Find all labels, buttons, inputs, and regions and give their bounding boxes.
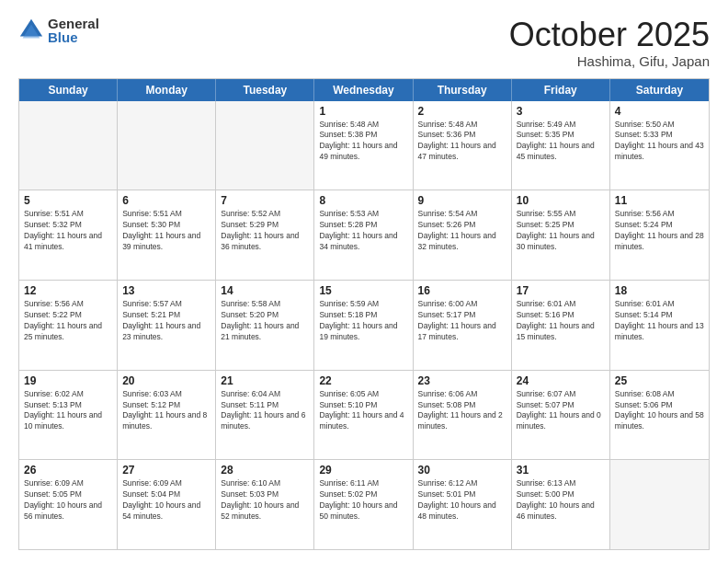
day-info: Sunrise: 6:04 AM Sunset: 5:11 PM Dayligh… xyxy=(221,389,309,433)
day-info: Sunrise: 6:09 AM Sunset: 5:04 PM Dayligh… xyxy=(122,478,210,523)
day-cell: 20Sunrise: 6:03 AM Sunset: 5:12 PM Dayli… xyxy=(118,371,216,460)
weekday-header: Thursday xyxy=(414,79,512,101)
calendar-row: 5Sunrise: 5:51 AM Sunset: 5:32 PM Daylig… xyxy=(19,190,709,281)
day-info: Sunrise: 5:53 AM Sunset: 5:28 PM Dayligh… xyxy=(319,209,407,253)
day-number: 13 xyxy=(122,284,210,297)
day-info: Sunrise: 5:57 AM Sunset: 5:21 PM Dayligh… xyxy=(122,299,210,343)
day-number: 14 xyxy=(221,284,309,297)
day-info: Sunrise: 6:13 AM Sunset: 5:00 PM Dayligh… xyxy=(517,478,605,523)
calendar-row: 19Sunrise: 6:02 AM Sunset: 5:13 PM Dayli… xyxy=(19,371,709,461)
day-info: Sunrise: 6:05 AM Sunset: 5:10 PM Dayligh… xyxy=(319,389,407,433)
day-number: 24 xyxy=(517,374,605,387)
day-number: 5 xyxy=(24,194,112,207)
day-number: 18 xyxy=(615,284,704,297)
location: Hashima, Gifu, Japan xyxy=(509,53,710,69)
day-cell: 10Sunrise: 5:55 AM Sunset: 5:25 PM Dayli… xyxy=(512,190,610,280)
empty-cell xyxy=(610,460,709,549)
empty-cell xyxy=(19,101,118,190)
day-cell: 14Sunrise: 5:58 AM Sunset: 5:20 PM Dayli… xyxy=(216,281,314,370)
page: General Blue October 2025 Hashima, Gifu,… xyxy=(0,0,728,563)
day-cell: 23Sunrise: 6:06 AM Sunset: 5:08 PM Dayli… xyxy=(414,371,512,460)
month-title: October 2025 xyxy=(509,17,710,53)
calendar-row: 1Sunrise: 5:48 AM Sunset: 5:38 PM Daylig… xyxy=(19,101,709,191)
day-number: 8 xyxy=(319,194,407,207)
day-number: 10 xyxy=(517,194,605,207)
day-number: 1 xyxy=(319,105,407,118)
day-cell: 5Sunrise: 5:51 AM Sunset: 5:32 PM Daylig… xyxy=(19,190,118,280)
day-cell: 22Sunrise: 6:05 AM Sunset: 5:10 PM Dayli… xyxy=(314,371,413,460)
day-number: 30 xyxy=(418,464,506,477)
day-number: 15 xyxy=(319,284,407,297)
day-number: 29 xyxy=(319,464,407,477)
day-info: Sunrise: 6:10 AM Sunset: 5:03 PM Dayligh… xyxy=(221,478,309,523)
day-number: 25 xyxy=(615,374,704,387)
day-cell: 19Sunrise: 6:02 AM Sunset: 5:13 PM Dayli… xyxy=(19,371,118,460)
day-cell: 28Sunrise: 6:10 AM Sunset: 5:03 PM Dayli… xyxy=(216,460,314,549)
day-number: 22 xyxy=(319,374,407,387)
day-info: Sunrise: 6:07 AM Sunset: 5:07 PM Dayligh… xyxy=(517,389,605,433)
day-info: Sunrise: 6:08 AM Sunset: 5:06 PM Dayligh… xyxy=(615,389,704,433)
weekday-header: Monday xyxy=(118,79,216,101)
day-cell: 11Sunrise: 5:56 AM Sunset: 5:24 PM Dayli… xyxy=(610,190,709,280)
empty-cell xyxy=(216,101,314,190)
day-number: 31 xyxy=(517,464,605,477)
day-number: 27 xyxy=(122,464,210,477)
logo-icon xyxy=(18,17,44,43)
day-cell: 8Sunrise: 5:53 AM Sunset: 5:28 PM Daylig… xyxy=(314,190,413,280)
calendar-body: 1Sunrise: 5:48 AM Sunset: 5:38 PM Daylig… xyxy=(19,101,709,549)
day-number: 4 xyxy=(615,105,704,118)
day-info: Sunrise: 6:00 AM Sunset: 5:17 PM Dayligh… xyxy=(418,299,506,343)
logo-blue: Blue xyxy=(48,30,99,44)
day-number: 7 xyxy=(221,194,309,207)
logo-general: General xyxy=(48,17,99,30)
day-number: 21 xyxy=(221,374,309,387)
calendar-header: SundayMondayTuesdayWednesdayThursdayFrid… xyxy=(19,79,709,101)
weekday-header: Sunday xyxy=(19,79,118,101)
calendar: SundayMondayTuesdayWednesdayThursdayFrid… xyxy=(18,78,710,550)
day-info: Sunrise: 6:12 AM Sunset: 5:01 PM Dayligh… xyxy=(418,478,506,523)
day-number: 12 xyxy=(24,284,112,297)
day-number: 11 xyxy=(615,194,704,207)
day-cell: 3Sunrise: 5:49 AM Sunset: 5:35 PM Daylig… xyxy=(512,101,610,190)
day-info: Sunrise: 5:55 AM Sunset: 5:25 PM Dayligh… xyxy=(517,209,605,253)
day-cell: 30Sunrise: 6:12 AM Sunset: 5:01 PM Dayli… xyxy=(414,460,512,549)
weekday-header: Friday xyxy=(512,79,610,101)
day-cell: 13Sunrise: 5:57 AM Sunset: 5:21 PM Dayli… xyxy=(118,281,216,370)
day-cell: 29Sunrise: 6:11 AM Sunset: 5:02 PM Dayli… xyxy=(314,460,413,549)
logo: General Blue xyxy=(18,17,99,44)
weekday-header: Saturday xyxy=(610,79,709,101)
day-info: Sunrise: 5:52 AM Sunset: 5:29 PM Dayligh… xyxy=(221,209,309,253)
day-cell: 7Sunrise: 5:52 AM Sunset: 5:29 PM Daylig… xyxy=(216,190,314,280)
day-cell: 21Sunrise: 6:04 AM Sunset: 5:11 PM Dayli… xyxy=(216,371,314,460)
calendar-row: 26Sunrise: 6:09 AM Sunset: 5:05 PM Dayli… xyxy=(19,460,709,549)
day-cell: 2Sunrise: 5:48 AM Sunset: 5:36 PM Daylig… xyxy=(414,101,512,190)
day-info: Sunrise: 5:48 AM Sunset: 5:38 PM Dayligh… xyxy=(319,120,407,164)
day-number: 17 xyxy=(517,284,605,297)
day-cell: 27Sunrise: 6:09 AM Sunset: 5:04 PM Dayli… xyxy=(118,460,216,549)
day-cell: 31Sunrise: 6:13 AM Sunset: 5:00 PM Dayli… xyxy=(512,460,610,549)
day-info: Sunrise: 6:09 AM Sunset: 5:05 PM Dayligh… xyxy=(24,478,112,523)
empty-cell xyxy=(118,101,216,190)
logo-text: General Blue xyxy=(48,17,99,44)
day-info: Sunrise: 5:49 AM Sunset: 5:35 PM Dayligh… xyxy=(517,120,605,164)
day-info: Sunrise: 5:50 AM Sunset: 5:33 PM Dayligh… xyxy=(615,120,704,164)
calendar-row: 12Sunrise: 5:56 AM Sunset: 5:22 PM Dayli… xyxy=(19,281,709,371)
weekday-header: Wednesday xyxy=(314,79,413,101)
day-number: 6 xyxy=(122,194,210,207)
day-number: 9 xyxy=(418,194,506,207)
day-info: Sunrise: 5:51 AM Sunset: 5:30 PM Dayligh… xyxy=(122,209,210,253)
day-cell: 4Sunrise: 5:50 AM Sunset: 5:33 PM Daylig… xyxy=(610,101,709,190)
day-number: 3 xyxy=(517,105,605,118)
day-cell: 25Sunrise: 6:08 AM Sunset: 5:06 PM Dayli… xyxy=(610,371,709,460)
day-cell: 1Sunrise: 5:48 AM Sunset: 5:38 PM Daylig… xyxy=(314,101,413,190)
day-info: Sunrise: 5:54 AM Sunset: 5:26 PM Dayligh… xyxy=(418,209,506,253)
day-info: Sunrise: 6:11 AM Sunset: 5:02 PM Dayligh… xyxy=(319,478,407,523)
weekday-header: Tuesday xyxy=(216,79,314,101)
day-info: Sunrise: 5:56 AM Sunset: 5:24 PM Dayligh… xyxy=(615,209,704,253)
day-info: Sunrise: 5:56 AM Sunset: 5:22 PM Dayligh… xyxy=(24,299,112,343)
day-number: 2 xyxy=(418,105,506,118)
day-info: Sunrise: 5:58 AM Sunset: 5:20 PM Dayligh… xyxy=(221,299,309,343)
day-cell: 17Sunrise: 6:01 AM Sunset: 5:16 PM Dayli… xyxy=(512,281,610,370)
day-info: Sunrise: 6:01 AM Sunset: 5:14 PM Dayligh… xyxy=(615,299,704,343)
day-info: Sunrise: 6:02 AM Sunset: 5:13 PM Dayligh… xyxy=(24,389,112,433)
